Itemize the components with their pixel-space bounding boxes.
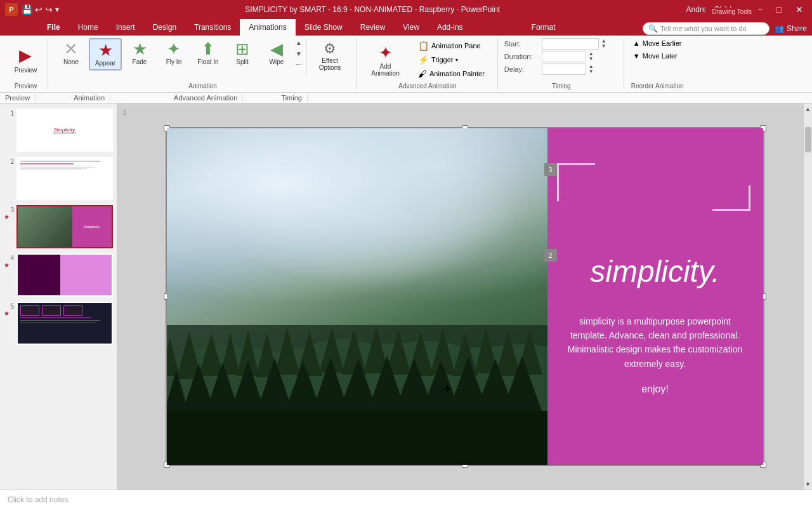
duration-row: Duration: ▲ ▼ [504, 51, 594, 62]
none-icon: ✕ [64, 41, 78, 57]
tab-file[interactable]: File [38, 19, 69, 36]
save-btn[interactable]: 💾 [22, 4, 32, 15]
move-later-button[interactable]: ▼ Move Later [631, 51, 680, 61]
slide-img-2[interactable] [16, 157, 113, 200]
timing-group: Start: ▲ ▼ Duration: ▲ ▼ Delay [499, 38, 624, 90]
timing-label: Timing [552, 81, 571, 90]
maximize-btn[interactable]: □ [773, 3, 785, 16]
slide-img-5[interactable] [16, 302, 113, 345]
tab-format[interactable]: Format [523, 19, 565, 36]
slide-thumb-4[interactable]: 4 ★ [4, 253, 113, 297]
anim-floatin[interactable]: ⬆ Float In [192, 38, 225, 68]
anim-appear[interactable]: ★ Appear [89, 38, 122, 70]
main-area: 1 Simplicity. 2 [0, 104, 812, 490]
undo-btn[interactable]: ↩ [35, 4, 43, 15]
section-labels-bar: Preview Animation Advanced Animation Tim… [0, 93, 812, 104]
main-slide-container[interactable]: 3 [117, 104, 812, 490]
search-box[interactable]: 🔍 Tell me what you want to do [643, 22, 769, 35]
scroll-more[interactable]: ⋯ [294, 60, 303, 69]
move-earlier-button[interactable]: ▲ Move Earlier [631, 38, 684, 48]
title-bracket-left [557, 163, 595, 201]
search-placeholder: Tell me what you want to do [660, 25, 747, 32]
tab-review[interactable]: Review [351, 19, 394, 36]
animation-pane-button[interactable]: 📋 Animation Pane [416, 39, 487, 52]
slide-thumb-2[interactable]: 2 [4, 157, 113, 200]
slide-img-3[interactable]: Simplicity. [16, 205, 113, 248]
dur-down[interactable]: ▼ [589, 57, 594, 62]
tab-transitions[interactable]: Transitions [185, 19, 240, 36]
slide-thumb-1-inner: Simplicity. [18, 110, 112, 150]
appear-icon: ★ [98, 42, 113, 58]
effect-options-button[interactable]: ⚙ Effect Options [309, 38, 351, 74]
slide-thumb-5[interactable]: 5 ★ [4, 302, 113, 345]
tab-design[interactable]: Design [144, 19, 185, 36]
slide-img-1[interactable]: Simplicity. [16, 109, 113, 152]
add-animation-button[interactable]: ✦ Add Animation [363, 41, 408, 79]
slide-photo [167, 128, 547, 465]
anim-split[interactable]: ⊞ Split [226, 38, 259, 68]
ribbon: File Home Insert Design Transitions Anim… [0, 19, 812, 93]
tab-animations[interactable]: Animations [240, 19, 295, 36]
animation-painter-button[interactable]: 🖌 Animation Painter [416, 67, 487, 80]
delay-input[interactable] [542, 64, 586, 75]
anim-wipe[interactable]: ◀ Wipe [260, 38, 293, 68]
trigger-button[interactable]: ⚡ Trigger ▾ [416, 53, 487, 66]
tab-addins[interactable]: Add-ins [428, 19, 472, 36]
animation-painter-icon: 🖌 [418, 69, 427, 79]
animation-section: Animation [36, 94, 110, 102]
preview-button[interactable]: ▶ Preview [11, 43, 41, 76]
slide-thumb-4-inner [18, 255, 112, 295]
redo-btn[interactable]: ↪ [45, 4, 53, 15]
preview-label: Preview [15, 67, 37, 74]
tab-view[interactable]: View [394, 19, 428, 36]
flyin-label: Fly In [166, 58, 181, 65]
duration-input[interactable] [542, 51, 586, 62]
duration-spin: ▲ ▼ [589, 51, 594, 62]
slide-title[interactable]: simplicity. [577, 249, 732, 295]
ribbon-collapse[interactable]: ▲ [797, 24, 803, 33]
floatin-icon: ⬆ [201, 41, 215, 57]
animation-group-label: Animation [188, 81, 216, 90]
start-down[interactable]: ▼ [601, 44, 606, 49]
slide-star-3: ★ [4, 213, 10, 220]
customize-btn[interactable]: ▾ [55, 5, 59, 14]
title-bar-left: P 💾 ↩ ↪ ▾ [5, 3, 59, 16]
start-input[interactable] [542, 38, 599, 50]
scroll-thumb[interactable] [805, 127, 811, 152]
delay-down[interactable]: ▼ [589, 69, 594, 74]
animation-scroll[interactable]: ▲ ▼ ⋯ [294, 38, 303, 69]
cloud-layer [167, 128, 547, 314]
title-bar: P 💾 ↩ ↪ ▾ SIMPLICITY by SMART - 16:9 - N… [0, 0, 812, 19]
slide-thumb-1[interactable]: 1 Simplicity. [4, 109, 113, 152]
animation-pane-icon: 📋 [418, 41, 429, 51]
duration-label: Duration: [504, 53, 539, 60]
tab-insert[interactable]: Insert [107, 19, 144, 36]
tab-slideshow[interactable]: Slide Show [296, 19, 351, 36]
close-btn[interactable]: ✕ [792, 3, 807, 16]
scroll-up-arrow[interactable]: ▲ [803, 104, 812, 114]
vertical-scrollbar[interactable]: ▲ ▼ [803, 104, 812, 490]
scroll-track[interactable] [804, 114, 812, 479]
scroll-up[interactable]: ▲ [294, 38, 303, 48]
scroll-down-arrow[interactable]: ▼ [803, 479, 812, 490]
scroll-down[interactable]: ▼ [294, 49, 303, 58]
appear-label: Appear [95, 60, 115, 67]
anim-flyin[interactable]: ✦ Fly In [157, 38, 190, 68]
slide-number: 3 [122, 109, 126, 116]
anim-badge-2: 2 [544, 249, 557, 262]
anim-none[interactable]: ✕ None [55, 38, 88, 68]
slide-star-4: ★ [4, 262, 10, 269]
notes-bar[interactable]: Click to add notes [0, 490, 812, 508]
slide-body[interactable]: simplicity is a multipurpose powerpoint … [560, 314, 750, 371]
wipe-label: Wipe [270, 58, 284, 65]
anim-fade[interactable]: ★ Fade [123, 38, 156, 68]
tab-home[interactable]: Home [69, 19, 107, 36]
preview-icon: ▶ [19, 46, 32, 65]
app-icon: P [5, 3, 18, 16]
slide-content[interactable]: 3 2 simplicity. simplicity is a multipur… [167, 128, 763, 465]
divider [306, 38, 306, 76]
slide-thumb-3[interactable]: 3 ★ Simplicity. [4, 205, 113, 248]
flyin-icon: ✦ [167, 41, 181, 57]
animation-painter-label: Animation Painter [429, 70, 485, 77]
slide-img-4[interactable] [16, 253, 113, 297]
